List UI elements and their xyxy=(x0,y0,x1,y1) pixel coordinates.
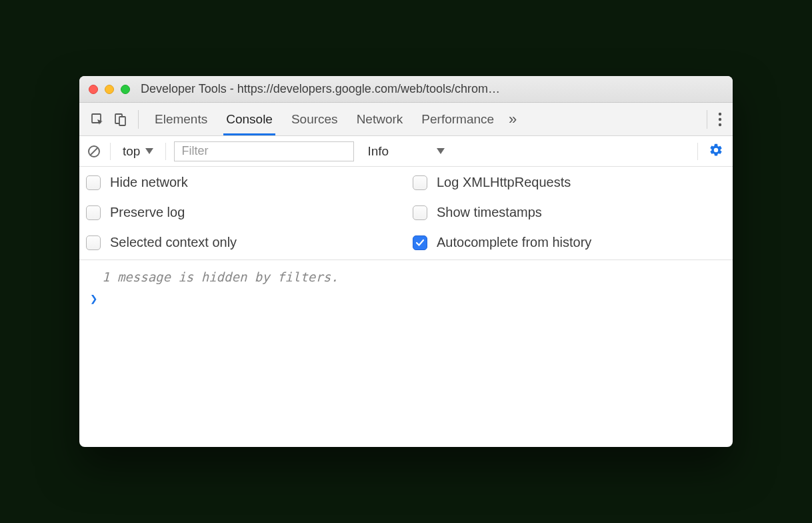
context-selector[interactable]: top xyxy=(119,144,157,159)
more-tabs-button[interactable]: » xyxy=(503,111,522,128)
devtools-window: Developer Tools - https://developers.goo… xyxy=(79,76,733,447)
hidden-messages-notice: 1 message is hidden by filters. xyxy=(90,267,722,287)
checkbox[interactable] xyxy=(413,205,427,220)
setting-label: Preserve log xyxy=(110,205,185,220)
checkbox[interactable] xyxy=(413,235,427,250)
devtools-menu-button[interactable] xyxy=(714,112,726,127)
console-toolbar: top Info xyxy=(79,136,733,167)
setting-label: Log XMLHttpRequests xyxy=(437,175,571,190)
chevron-down-icon xyxy=(437,148,445,154)
log-level-selector[interactable]: Info xyxy=(362,144,475,159)
tab-performance[interactable]: Performance xyxy=(412,103,503,135)
device-toolbar-icon[interactable] xyxy=(111,111,129,128)
filter-input[interactable] xyxy=(174,141,354,161)
checkbox[interactable] xyxy=(86,205,101,220)
checkbox[interactable] xyxy=(86,235,101,250)
svg-point-3 xyxy=(719,112,721,115)
divider xyxy=(707,110,707,129)
setting-label: Hide network xyxy=(110,175,188,190)
tab-console[interactable]: Console xyxy=(217,103,282,135)
setting-label: Autocomplete from history xyxy=(437,235,591,250)
svg-line-7 xyxy=(91,147,98,155)
tab-sources[interactable]: Sources xyxy=(282,103,347,135)
close-window-button[interactable] xyxy=(89,85,98,94)
clear-console-icon[interactable] xyxy=(86,143,102,159)
setting-label: Show timestamps xyxy=(437,205,542,220)
svg-point-5 xyxy=(719,123,721,125)
window-title: Developer Tools - https://developers.goo… xyxy=(141,82,723,96)
devtools-tabbar: Elements Console Sources Network Perform… xyxy=(79,103,733,136)
zoom-window-button[interactable] xyxy=(121,85,130,94)
setting-autocomplete-history[interactable]: Autocomplete from history xyxy=(413,235,726,250)
tab-network[interactable]: Network xyxy=(347,103,413,135)
separator xyxy=(697,143,698,160)
inspect-element-icon[interactable] xyxy=(89,111,106,128)
setting-label: Selected context only xyxy=(110,235,237,250)
console-settings-icon[interactable] xyxy=(706,143,726,160)
setting-preserve-log[interactable]: Preserve log xyxy=(86,205,399,220)
setting-selected-context-only[interactable]: Selected context only xyxy=(86,235,399,250)
context-label: top xyxy=(123,144,140,159)
console-prompt[interactable]: ❯ xyxy=(90,287,722,310)
console-settings-panel: Hide network Log XMLHttpRequests Preserv… xyxy=(79,167,733,260)
separator xyxy=(110,143,111,160)
svg-rect-2 xyxy=(119,117,125,125)
divider xyxy=(138,110,139,129)
minimize-window-button[interactable] xyxy=(105,85,114,94)
checkbox[interactable] xyxy=(86,175,101,190)
setting-show-timestamps[interactable]: Show timestamps xyxy=(413,205,726,220)
separator xyxy=(165,143,166,160)
log-level-label: Info xyxy=(367,144,389,159)
traffic-lights xyxy=(89,85,130,94)
tab-elements[interactable]: Elements xyxy=(145,103,217,135)
setting-log-xhr[interactable]: Log XMLHttpRequests xyxy=(413,175,726,190)
svg-point-4 xyxy=(719,117,721,120)
setting-hide-network[interactable]: Hide network xyxy=(86,175,399,190)
checkbox[interactable] xyxy=(413,175,427,190)
chevron-down-icon xyxy=(145,148,153,154)
console-output: 1 message is hidden by filters. ❯ xyxy=(79,260,733,447)
titlebar: Developer Tools - https://developers.goo… xyxy=(79,76,733,103)
